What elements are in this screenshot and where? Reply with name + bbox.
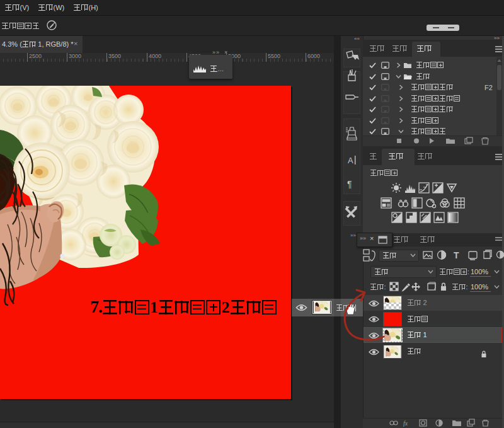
svg-text:A: A — [348, 156, 353, 165]
svg-text:¶: ¶ — [347, 179, 352, 189]
svg-text:fx: fx — [403, 420, 408, 427]
svg-text:T: T — [454, 250, 459, 260]
